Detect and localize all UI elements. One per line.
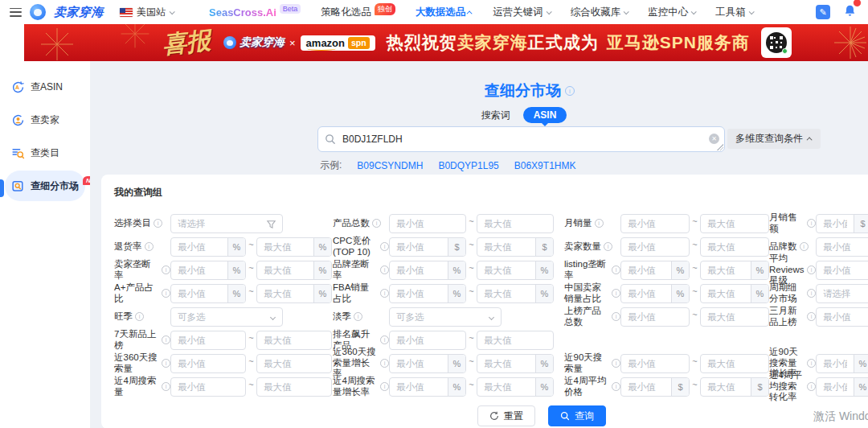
max-input[interactable]: [701, 355, 768, 372]
advanced-conditions-button[interactable]: 多维度查询条件: [727, 129, 821, 149]
max-input[interactable]: [701, 238, 768, 256]
tab-asin[interactable]: ASIN: [523, 107, 567, 123]
min-input[interactable]: [390, 355, 448, 372]
nav-item-bigdata-selection[interactable]: 大数据选品: [416, 6, 473, 19]
example-asin-link[interactable]: B09CSYNDMH: [357, 160, 423, 171]
info-icon[interactable]: [807, 359, 816, 368]
resize-handle[interactable]: [716, 143, 723, 150]
sidebar-item-asin[interactable]: A 查ASIN: [5, 72, 85, 102]
max-input[interactable]: [701, 308, 768, 326]
max-input[interactable]: [477, 285, 535, 302]
info-icon[interactable]: [807, 219, 816, 228]
promo-banner[interactable]: 喜报 卖家穿海 × amazon spn 热烈祝贺 卖家穿海 正式成为 亚马逊S…: [24, 24, 868, 61]
min-input[interactable]: [621, 285, 671, 302]
min-input[interactable]: [817, 215, 854, 233]
max-input[interactable]: [477, 215, 553, 233]
select-field[interactable]: [170, 307, 283, 327]
notification-bell[interactable]: [843, 4, 857, 21]
min-input[interactable]: [390, 331, 465, 349]
min-input[interactable]: [817, 355, 854, 372]
max-input[interactable]: [477, 355, 535, 372]
sidebar-item-seller[interactable]: 查卖家: [5, 105, 85, 135]
nav-item-operation-keywords[interactable]: 运营关键词: [493, 6, 551, 19]
min-input[interactable]: [171, 285, 227, 302]
info-icon[interactable]: [162, 265, 170, 274]
info-icon[interactable]: [154, 219, 162, 228]
info-icon[interactable]: [612, 265, 620, 274]
min-input[interactable]: [171, 355, 245, 372]
sidebar-item-submarket[interactable]: 查细分市场 NEW: [5, 171, 85, 201]
min-input[interactable]: [171, 378, 245, 396]
max-input[interactable]: [701, 285, 751, 302]
info-icon[interactable]: [162, 335, 170, 344]
nav-item-strategic-selection[interactable]: 策略化选品 独创: [321, 6, 395, 19]
info-icon[interactable]: [380, 335, 389, 344]
min-input[interactable]: [621, 215, 689, 233]
info-icon[interactable]: [807, 289, 816, 298]
max-input[interactable]: [257, 331, 331, 349]
min-input[interactable]: [817, 238, 868, 256]
min-input[interactable]: [390, 285, 448, 302]
max-input[interactable]: [477, 261, 535, 279]
info-icon[interactable]: [380, 242, 389, 251]
max-input[interactable]: [701, 261, 751, 279]
info-icon[interactable]: [162, 359, 170, 368]
info-icon[interactable]: [807, 312, 816, 321]
nav-item-monitor-center[interactable]: 监控中心: [648, 6, 695, 19]
max-input[interactable]: [701, 215, 768, 233]
sidebar-item-category[interactable]: 查类目: [5, 138, 85, 168]
max-input[interactable]: [257, 355, 331, 372]
info-icon[interactable]: [145, 242, 154, 251]
query-button[interactable]: 查询: [548, 405, 606, 426]
max-input[interactable]: [257, 261, 313, 279]
nav-item-seascross-ai[interactable]: SeasCross.Ai Beta: [209, 6, 301, 19]
max-input[interactable]: [477, 378, 535, 396]
info-icon[interactable]: [162, 382, 170, 391]
min-input[interactable]: [390, 215, 465, 233]
select-field[interactable]: [170, 214, 283, 233]
min-input[interactable]: [621, 355, 689, 372]
info-icon[interactable]: [800, 242, 809, 251]
max-input[interactable]: [257, 378, 331, 396]
info-icon[interactable]: [380, 382, 389, 391]
min-input[interactable]: [390, 238, 448, 256]
nav-item-toolbox[interactable]: 工具箱: [715, 6, 753, 19]
info-icon[interactable]: [612, 382, 620, 391]
min-input[interactable]: [171, 238, 227, 256]
min-input[interactable]: [390, 261, 448, 279]
info-icon[interactable]: [354, 312, 362, 321]
example-asin-link[interactable]: B06X9T1HMK: [514, 160, 576, 171]
info-icon[interactable]: [135, 312, 144, 321]
nav-item-favorites[interactable]: 综合收藏库: [571, 6, 628, 19]
max-input[interactable]: [477, 238, 535, 256]
info-icon[interactable]: [612, 289, 620, 298]
min-input[interactable]: [171, 261, 227, 279]
select-input[interactable]: [390, 308, 501, 326]
info-icon[interactable]: [380, 289, 389, 298]
feedback-edit-icon[interactable]: [816, 5, 830, 19]
min-input[interactable]: [171, 331, 245, 349]
max-input[interactable]: [257, 238, 313, 256]
min-input[interactable]: [817, 261, 868, 279]
select-field[interactable]: [389, 307, 502, 327]
min-input[interactable]: [621, 261, 671, 279]
min-input[interactable]: [817, 308, 868, 326]
info-icon[interactable]: [612, 312, 620, 321]
hamburger-menu-icon[interactable]: [10, 8, 22, 17]
tab-keyword[interactable]: 搜索词: [481, 109, 510, 122]
info-icon[interactable]: [380, 359, 389, 368]
info-icon[interactable]: [380, 265, 389, 274]
max-input[interactable]: [701, 378, 751, 396]
min-input[interactable]: [390, 378, 448, 396]
select-input[interactable]: [817, 285, 868, 302]
min-input[interactable]: [817, 378, 854, 396]
example-asin-link[interactable]: B0DQYP1L95: [438, 160, 498, 171]
search-input[interactable]: B0DJ1ZFLDH: [317, 126, 725, 152]
reset-button[interactable]: 重置: [477, 405, 535, 426]
info-icon[interactable]: [372, 219, 381, 228]
brand-logo[interactable]: [30, 4, 46, 20]
info-icon[interactable]: [807, 382, 816, 391]
info-icon[interactable]: [807, 265, 816, 274]
select-input[interactable]: [171, 308, 282, 326]
min-input[interactable]: [621, 378, 671, 396]
